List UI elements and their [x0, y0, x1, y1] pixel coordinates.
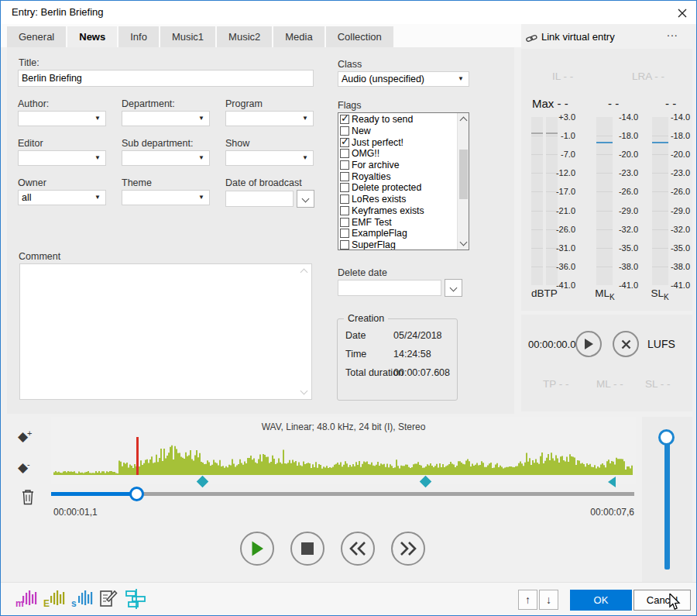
flag-item-lores-exists[interactable]: LoRes exists — [339, 194, 469, 205]
checkbox-unchecked[interactable] — [340, 160, 349, 170]
tab-media[interactable]: Media — [273, 26, 324, 47]
end-time-label: 00:00:07,6 — [543, 507, 634, 518]
scroll-down-icon[interactable] — [460, 239, 468, 246]
checkbox-unchecked[interactable] — [340, 172, 349, 181]
add-marker-button[interactable]: ◆+ — [18, 429, 33, 443]
checkbox-unchecked[interactable] — [340, 229, 349, 238]
checkbox-unchecked[interactable] — [340, 183, 349, 192]
ml-readout: ML - - — [596, 378, 623, 390]
field-label: Owner — [18, 177, 106, 190]
checkbox-unchecked[interactable] — [340, 126, 349, 136]
edit-document-icon[interactable] — [98, 588, 118, 613]
stop-button[interactable] — [290, 532, 324, 566]
flag-item-omg[interactable]: OMG!! — [339, 148, 469, 160]
flags-scrollbar[interactable] — [457, 113, 469, 249]
date-of-broadcast-input[interactable] — [225, 191, 294, 207]
combo-editor[interactable]: ▼ — [18, 150, 106, 166]
flag-item-delete-protected[interactable]: Delete protected — [339, 182, 469, 194]
checkbox-unchecked[interactable] — [340, 206, 349, 215]
scroll-up-icon[interactable] — [460, 117, 468, 125]
scale-tick: -35.0 — [671, 243, 690, 253]
class-combo[interactable]: Audio (unspecified) ▼ — [338, 71, 469, 87]
checkbox-unchecked[interactable] — [340, 240, 349, 249]
marker-diamond-icon[interactable] — [420, 476, 432, 488]
trash-icon[interactable] — [21, 488, 35, 508]
flag-item-ready-to-send[interactable]: ✓Ready to send — [339, 114, 469, 126]
down-arrow-icon: ↓ — [546, 594, 551, 606]
lufs-unit-label: LUFS — [647, 338, 675, 350]
wave-e-icon[interactable]: E — [43, 588, 66, 613]
flag-item-new[interactable]: New — [339, 126, 469, 137]
dbtp-max-readout: Max - - — [532, 97, 568, 110]
title-input[interactable] — [18, 70, 314, 87]
measure-cancel-button[interactable] — [613, 331, 639, 357]
tab-music2[interactable]: Music2 — [217, 26, 272, 47]
combo-theme[interactable]: ▼ — [122, 190, 210, 205]
sl-readout: SL - - — [645, 378, 671, 390]
ok-button[interactable]: OK — [570, 590, 632, 611]
seek-slider-thumb[interactable] — [129, 487, 144, 501]
tab-info[interactable]: Info — [118, 26, 159, 47]
checkbox-unchecked[interactable] — [340, 194, 349, 204]
date-of-broadcast-picker-button[interactable] — [297, 190, 314, 208]
field-label: Sub department: — [122, 138, 210, 150]
marker-triangle-icon[interactable] — [608, 477, 616, 487]
flag-label: OMG!! — [352, 148, 379, 159]
playback-cursor[interactable] — [136, 437, 139, 475]
combo-department[interactable]: ▼ — [122, 111, 210, 126]
rewind-button[interactable] — [341, 532, 375, 566]
flag-item-exampleflag[interactable]: ExampleFlag — [339, 228, 469, 239]
combo-owner[interactable]: all▼ — [18, 190, 106, 205]
play-button[interactable] — [240, 532, 274, 566]
checkbox-checked[interactable]: ✓ — [340, 138, 349, 147]
move-up-button[interactable]: ↑ — [518, 590, 537, 610]
wave-m-icon[interactable]: m — [15, 588, 38, 613]
flag-item-just-perfect[interactable]: ✓Just perfect! — [339, 136, 469, 148]
flag-item-emf-test[interactable]: EMF Test — [339, 216, 469, 228]
field-label: Department: — [122, 98, 210, 111]
combo-author[interactable]: ▼ — [18, 111, 106, 126]
flag-item-superflag[interactable]: SuperFlag — [339, 239, 469, 250]
tab-general[interactable]: General — [7, 26, 66, 47]
combo-sub-department[interactable]: ▼ — [122, 150, 210, 166]
scrollbar-thumb[interactable] — [459, 150, 468, 199]
tab-collection[interactable]: Collection — [326, 26, 393, 47]
wave-s-icon[interactable]: s — [70, 588, 94, 613]
close-icon[interactable] — [676, 7, 688, 19]
scale-tick: -26.0 — [619, 187, 638, 196]
delete-date-picker-button[interactable] — [445, 279, 462, 297]
delete-date-input[interactable] — [338, 280, 441, 296]
tab-music1[interactable]: Music1 — [160, 26, 215, 47]
volume-panel — [642, 417, 692, 582]
move-down-button[interactable]: ↓ — [539, 590, 558, 610]
remove-marker-button[interactable]: ◆- — [18, 460, 30, 474]
mlk-scale: -14.0-18.0-20.0-23.0-26.0-29.0-32.0-35.0… — [616, 117, 638, 285]
more-options-button[interactable]: ... — [667, 26, 678, 39]
field-owner: Ownerall▼ — [18, 177, 106, 208]
forward-button[interactable] — [391, 532, 425, 566]
marker-diamond-icon[interactable] — [197, 476, 209, 488]
chevron-down-icon — [450, 284, 458, 292]
cancel-button[interactable]: Cancel — [633, 590, 691, 611]
link-virtual-entry-label[interactable]: Link virtual entry — [541, 31, 615, 43]
flags-list[interactable]: ✓Ready to sendNew✓Just perfect!OMG!!For … — [338, 112, 469, 250]
mouse-cursor — [668, 594, 681, 614]
volume-slider-thumb[interactable] — [658, 429, 675, 446]
flag-item-for-archive[interactable]: For archive — [339, 160, 469, 171]
tab-news[interactable]: News — [67, 26, 117, 47]
flag-item-royalties[interactable]: Royalties — [339, 170, 469, 182]
comment-textarea[interactable] — [19, 263, 312, 400]
multitrack-icon[interactable] — [125, 588, 148, 613]
volume-slider-track[interactable] — [664, 440, 670, 570]
checkbox-unchecked[interactable] — [340, 149, 349, 158]
measure-play-button[interactable] — [575, 331, 602, 357]
combo-show[interactable]: ▼ — [225, 150, 314, 166]
combo-program[interactable]: ▼ — [225, 111, 314, 126]
checkbox-unchecked[interactable] — [340, 218, 349, 227]
checkbox-checked[interactable]: ✓ — [340, 115, 349, 124]
flag-item-keyframes-exists[interactable]: Keyframes exists — [339, 205, 469, 217]
field-program: Program▼ — [225, 98, 314, 126]
delete-date-label: Delete date — [338, 267, 387, 280]
check-icon: ✓ — [341, 136, 349, 147]
link-icon — [526, 33, 537, 46]
